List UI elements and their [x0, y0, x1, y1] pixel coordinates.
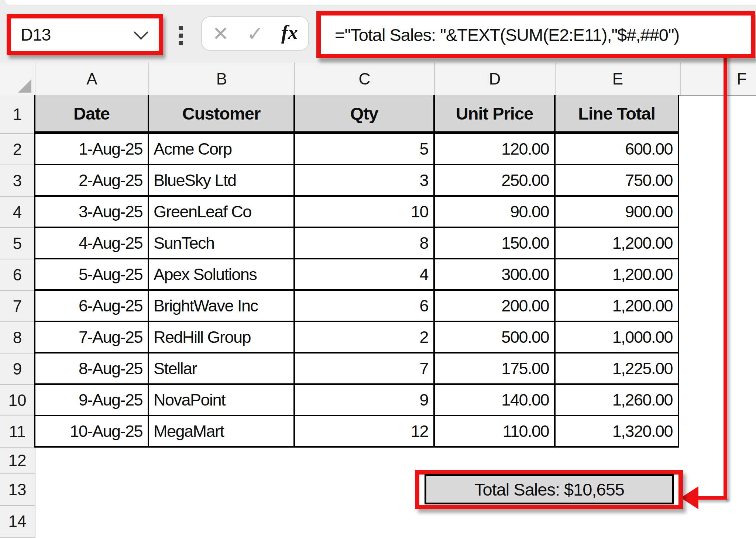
row-header-6[interactable]: 6	[0, 259, 35, 291]
row-header-8[interactable]: 8	[0, 322, 35, 354]
cell-D6[interactable]: 300.00	[435, 259, 556, 291]
cell-A10[interactable]: 9-Aug-25	[35, 385, 149, 416]
formula-bar-input[interactable]: ="Total Sales: "&TEXT(SUM(E2:E11),"$#,##…	[321, 25, 679, 45]
column-header-b[interactable]: B	[149, 63, 295, 95]
dot	[179, 34, 183, 38]
cell-D5[interactable]: 150.00	[435, 228, 556, 259]
cell-C2[interactable]: 5	[295, 134, 435, 165]
header-cell-B1[interactable]: Customer	[149, 95, 295, 134]
cell-E11[interactable]: 1,320.00	[556, 416, 679, 448]
cancel-icon[interactable]: ✕	[212, 24, 229, 44]
cell-A11[interactable]: 10-Aug-25	[35, 416, 149, 448]
cell-B8[interactable]: RedHill Group	[149, 322, 295, 354]
cell-E2[interactable]: 600.00	[556, 134, 679, 165]
cell-B4[interactable]: GreenLeaf Co	[149, 197, 295, 228]
cell-A6[interactable]: 5-Aug-25	[35, 259, 149, 291]
cell-A3[interactable]: 2-Aug-25	[35, 165, 149, 197]
cell-E8[interactable]: 1,000.00	[556, 322, 679, 354]
select-all-triangle-icon	[18, 79, 31, 93]
cell-A9[interactable]: 8-Aug-25	[35, 354, 149, 385]
row-header-4[interactable]: 4	[0, 197, 35, 228]
row-header-7[interactable]: 7	[0, 291, 35, 322]
cell-E10[interactable]: 1,260.00	[556, 385, 679, 416]
cell-E9[interactable]: 1,225.00	[556, 354, 679, 385]
cell-C5[interactable]: 8	[295, 228, 435, 259]
cell-C3[interactable]: 3	[295, 165, 435, 197]
row-header-10[interactable]: 10	[0, 385, 35, 416]
name-box[interactable]: D13	[11, 25, 136, 45]
column-header-f[interactable]: F	[681, 63, 756, 95]
row-header-5[interactable]: 5	[0, 228, 35, 259]
top-ribbon-edge	[5, 0, 756, 5]
header-cell-A1[interactable]: Date	[35, 95, 149, 134]
cell-B9[interactable]: Stellar	[149, 354, 295, 385]
row-header-2[interactable]: 2	[0, 134, 35, 165]
row-header-9[interactable]: 9	[0, 354, 35, 385]
table-header-row: DateCustomerQtyUnit PriceLine Total	[35, 95, 679, 134]
cell-E5[interactable]: 1,200.00	[556, 228, 679, 259]
table-row: 9-Aug-25NovaPoint9140.001,260.00	[35, 385, 679, 416]
cell-D3[interactable]: 250.00	[435, 165, 556, 197]
column-header-c[interactable]: C	[295, 63, 435, 95]
cell-B11[interactable]: MegaMart	[149, 416, 295, 448]
cell-B2[interactable]: Acme Corp	[149, 134, 295, 165]
dot	[179, 26, 183, 30]
cell-C7[interactable]: 6	[295, 291, 435, 322]
cell-A4[interactable]: 3-Aug-25	[35, 197, 149, 228]
cell-A8[interactable]: 7-Aug-25	[35, 322, 149, 354]
annotation-arrow-horizontal-line	[696, 496, 727, 500]
cell-B7[interactable]: BrightWave Inc	[149, 291, 295, 322]
cell-A5[interactable]: 4-Aug-25	[35, 228, 149, 259]
cell-D4[interactable]: 90.00	[435, 197, 556, 228]
cell-A7[interactable]: 6-Aug-25	[35, 291, 149, 322]
cell-D2[interactable]: 120.00	[435, 134, 556, 165]
row-header-1[interactable]: 1	[0, 95, 35, 134]
spreadsheet-app: D13 ✕ ✓ fx ="Total Sales: "&TEXT(SUM(E2:…	[0, 0, 756, 538]
cell-D9[interactable]: 175.00	[435, 354, 556, 385]
cell-E3[interactable]: 750.00	[556, 165, 679, 197]
insert-function-icon[interactable]: fx	[281, 23, 298, 45]
cell-E6[interactable]: 1,200.00	[556, 259, 679, 291]
column-headers: ABCDEF	[0, 63, 756, 96]
formula-bar-annotation-frame: ="Total Sales: "&TEXT(SUM(E2:E11),"$#,##…	[316, 11, 755, 58]
cell-E7[interactable]: 1,200.00	[556, 291, 679, 322]
table-row: 7-Aug-25RedHill Group2500.001,000.00	[35, 322, 679, 354]
row-header-11[interactable]: 11	[0, 416, 35, 448]
dot	[179, 41, 183, 45]
cell-D8[interactable]: 500.00	[435, 322, 556, 354]
formula-bar-splitter-handle[interactable]	[179, 26, 183, 45]
cell-C4[interactable]: 10	[295, 197, 435, 228]
chevron-down-icon[interactable]	[134, 25, 148, 40]
enter-check-icon[interactable]: ✓	[247, 24, 264, 44]
cell-D13-total-sales[interactable]: Total Sales: $10,655	[425, 474, 674, 504]
cell-C6[interactable]: 4	[295, 259, 435, 291]
cell-B5[interactable]: SunTech	[149, 228, 295, 259]
cell-D10[interactable]: 140.00	[435, 385, 556, 416]
cell-A2[interactable]: 1-Aug-25	[35, 134, 149, 165]
row-header-12[interactable]: 12	[0, 448, 35, 474]
select-all-corner[interactable]	[0, 63, 35, 95]
header-cell-E1[interactable]: Line Total	[556, 95, 679, 134]
row-header-13[interactable]: 13	[0, 474, 35, 506]
table-row: 8-Aug-25Stellar7175.001,225.00	[35, 354, 679, 385]
column-header-e[interactable]: E	[556, 63, 681, 95]
cell-D7[interactable]: 200.00	[435, 291, 556, 322]
column-header-a[interactable]: A	[35, 63, 149, 95]
table-row: 1-Aug-25Acme Corp5120.00600.00	[35, 134, 679, 165]
row-header-3[interactable]: 3	[0, 165, 35, 197]
cell-C10[interactable]: 9	[295, 385, 435, 416]
cell-B10[interactable]: NovaPoint	[149, 385, 295, 416]
header-cell-C1[interactable]: Qty	[295, 95, 435, 134]
cell-B3[interactable]: BlueSky Ltd	[149, 165, 295, 197]
cell-D11[interactable]: 110.00	[435, 416, 556, 448]
cell-B6[interactable]: Apex Solutions	[149, 259, 295, 291]
cell-E4[interactable]: 900.00	[556, 197, 679, 228]
table-row: 3-Aug-25GreenLeaf Co1090.00900.00	[35, 197, 679, 228]
table-row: 6-Aug-25BrightWave Inc6200.001,200.00	[35, 291, 679, 322]
column-header-d[interactable]: D	[435, 63, 556, 95]
header-cell-D1[interactable]: Unit Price	[435, 95, 556, 134]
row-header-14[interactable]: 14	[0, 506, 35, 538]
cell-C8[interactable]: 2	[295, 322, 435, 354]
cell-C11[interactable]: 12	[295, 416, 435, 448]
cell-C9[interactable]: 7	[295, 354, 435, 385]
